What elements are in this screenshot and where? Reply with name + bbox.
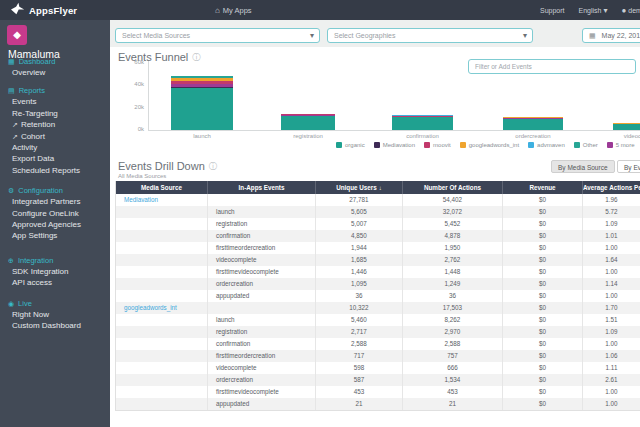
legend-swatch xyxy=(607,142,613,148)
media-source-cell[interactable]: googleadwords_int xyxy=(116,302,208,314)
app-icon[interactable]: ◆ xyxy=(7,25,27,45)
avg-actions-cell: 2.61 xyxy=(583,374,640,386)
legend-item-Other: Other xyxy=(574,142,598,148)
table-row: ordercreation1,0951,249$01.14 xyxy=(116,278,640,290)
table-row: registration5,0075,452$01.09 xyxy=(116,218,640,230)
table-row: videocomplete1,6852,762$01.64 xyxy=(116,254,640,266)
avg-actions-cell: 1.09 xyxy=(583,326,640,338)
sidebar-nav: ▦DashboardOverview▤ReportsEventsRe-Targe… xyxy=(0,56,110,332)
media-source-cell[interactable]: Mediavation xyxy=(116,194,208,206)
avg-actions-cell: 1.09 xyxy=(583,218,640,230)
column-header-in-apps-events[interactable]: In-Apps Events xyxy=(208,181,316,194)
sidebar-item-re-targeting[interactable]: Re-Targeting xyxy=(0,108,110,119)
avg-actions-cell: 1.06 xyxy=(583,350,640,362)
sidebar-item-custom-dashboard[interactable]: Custom Dashboard xyxy=(0,320,110,331)
unique-users-cell: 717 xyxy=(316,350,403,362)
table-row: firsttimeordercreation717757$01.06 xyxy=(116,350,640,362)
appsflyer-logo[interactable]: AppsFlyer xyxy=(10,0,77,20)
sidebar-item-api-access[interactable]: API access xyxy=(0,277,110,288)
legend-label: moovit xyxy=(433,142,451,148)
sidebar-item-label: API access xyxy=(12,277,52,288)
table-row: videocomplete598666$01.11 xyxy=(116,362,640,374)
funnel-bar-registration xyxy=(281,114,335,130)
caret-down-icon: ▾ xyxy=(310,29,314,43)
y-tick-label: 20k xyxy=(122,104,144,110)
avg-actions-cell: 1.00 xyxy=(583,290,640,302)
table-row: confirmation4,8504,878$01.01 xyxy=(116,230,640,242)
event-cell: firsttimeordercreation xyxy=(208,242,316,254)
column-header-number-of-actions[interactable]: Number Of Actions xyxy=(403,181,503,194)
event-cell: registration xyxy=(208,218,316,230)
language-dropdown[interactable]: English ▾ xyxy=(579,6,608,15)
nav-section-header: ▦Dashboard xyxy=(0,56,110,67)
sidebar-item-right-now[interactable]: Right Now xyxy=(0,309,110,320)
sidebar-item-export-data[interactable]: Export Data xyxy=(0,153,110,164)
funnel-bar-confirmation xyxy=(392,115,453,130)
legend-item-5-more: 5 more xyxy=(607,142,635,148)
geographies-select[interactable]: Select Geographies ▾ xyxy=(327,28,533,43)
media-sources-placeholder: Select Media Sources xyxy=(122,32,190,39)
revenue-cell: $0 xyxy=(503,266,583,278)
actions-cell: 2,588 xyxy=(403,338,503,350)
sidebar-item-label: Events xyxy=(12,96,36,107)
sidebar-item-overview[interactable]: Overview xyxy=(0,67,110,78)
sidebar-item-integrated-partners[interactable]: Integrated Partners xyxy=(0,196,110,207)
media-source-cell xyxy=(116,206,208,218)
avg-actions-cell: 1.96 xyxy=(583,194,640,206)
event-cell: confirmation xyxy=(208,338,316,350)
media-source-cell xyxy=(116,326,208,338)
table-row: registration2,7172,970$01.09 xyxy=(116,326,640,338)
geographies-placeholder: Select Geographies xyxy=(334,32,395,39)
sidebar-item-retention[interactable]: ↗Retention xyxy=(0,119,110,130)
legend-label: Mediavation xyxy=(383,142,415,148)
sidebar-item-activity[interactable]: Activity xyxy=(0,142,110,153)
media-sources-select[interactable]: Select Media Sources ▾ xyxy=(115,28,320,43)
language-label: English xyxy=(579,7,602,14)
my-apps-link[interactable]: ⌂ My Apps xyxy=(215,0,252,20)
nav-section-header: ⚙Configuration xyxy=(0,185,110,196)
sidebar-item-scheduled-reports[interactable]: Scheduled Reports xyxy=(0,165,110,176)
revenue-cell: $0 xyxy=(503,338,583,350)
actions-cell: 1,249 xyxy=(403,278,503,290)
avg-actions-cell: 1.70 xyxy=(583,302,640,314)
sidebar-item-sdk-integration[interactable]: SDK Integration xyxy=(0,266,110,277)
actions-cell: 17,503 xyxy=(403,302,503,314)
unique-users-cell: 1,095 xyxy=(316,278,403,290)
bar-segment-organic xyxy=(281,116,335,130)
sidebar-item-app-settings[interactable]: App Settings xyxy=(0,230,110,241)
sidebar-item-configure-onelink[interactable]: Configure OneLink xyxy=(0,208,110,219)
sidebar-item-label: Re-Targeting xyxy=(12,108,58,119)
column-header-revenue[interactable]: Revenue xyxy=(503,181,583,194)
nav-section-label: Integration xyxy=(18,255,53,266)
info-icon[interactable]: ⓘ xyxy=(209,161,217,172)
sidebar-item-approved-agencies[interactable]: Approved Agencies xyxy=(0,219,110,230)
avg-actions-cell: 1.00 xyxy=(583,242,640,254)
my-apps-label: My Apps xyxy=(223,6,252,15)
user-email: demo@appsflyer.com xyxy=(628,7,640,14)
table-row: googleadwords_int10,32217,503$01.70 xyxy=(116,302,640,314)
user-menu[interactable]: ● demo@appsflyer.com xyxy=(621,6,640,15)
unique-users-cell: 5,605 xyxy=(316,206,403,218)
sidebar-item-events[interactable]: Events xyxy=(0,96,110,107)
by-event-button[interactable]: By Event xyxy=(617,160,640,173)
column-header-unique-users[interactable]: Unique Users↓ xyxy=(316,181,403,194)
table-row: ordercreation5871,534$02.61 xyxy=(116,374,640,386)
event-cell: firsttimeordercreation xyxy=(208,350,316,362)
event-search-input[interactable] xyxy=(468,59,636,74)
legend-item-moovit: moovit xyxy=(424,142,451,148)
column-header-average-actions-per-user[interactable]: Average Actions Per User xyxy=(583,181,640,194)
by-media-source-button[interactable]: By Media Source xyxy=(551,160,615,173)
sidebar-item-cohort[interactable]: ↗Cohort xyxy=(0,131,110,142)
live-icon: ◉ xyxy=(8,298,14,309)
column-header-media-source[interactable]: Media Source xyxy=(116,181,208,194)
support-link[interactable]: Support xyxy=(540,7,565,14)
drilldown-subtitle: All Media Sources xyxy=(118,173,166,179)
unique-users-cell: 36 xyxy=(316,290,403,302)
column-header-label: Unique Users xyxy=(336,184,377,191)
info-icon[interactable]: ⓘ xyxy=(192,52,200,63)
actions-cell: 666 xyxy=(403,362,503,374)
date-range-picker[interactable]: ▦ May 22, 2016 - xyxy=(582,28,640,43)
media-source-cell xyxy=(116,314,208,326)
funnel-bar-videocomplete xyxy=(613,123,640,130)
funnel-bar-launch xyxy=(171,76,233,130)
